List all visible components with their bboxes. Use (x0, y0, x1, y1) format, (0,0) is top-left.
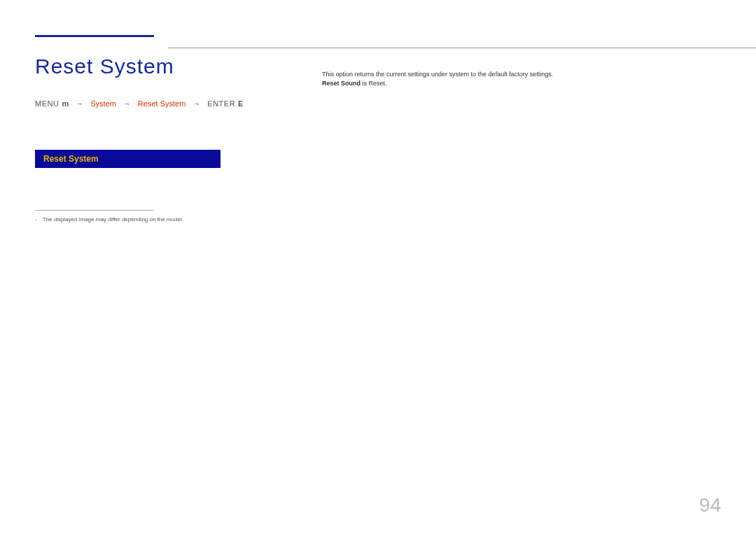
description-line2: Reset Sound is Reset. (322, 79, 616, 88)
breadcrumb: MENU m → System → Reset System → ENTER E (35, 99, 721, 108)
menu-item-selected: Reset System (35, 150, 220, 168)
top-divider (168, 48, 756, 48)
footnote: - The displayed image may differ dependi… (35, 216, 721, 223)
breadcrumb-enter-label: ENTER (207, 99, 235, 108)
menu-preview: Reset System (35, 150, 220, 168)
footnote-dash: - (35, 216, 37, 223)
breadcrumb-item-system: System (90, 99, 116, 108)
description-line1: This option returns the current settings… (322, 70, 616, 79)
arrow-icon: → (76, 99, 83, 108)
page-number: 94 (699, 494, 721, 517)
description-bold: Reset Sound (322, 80, 360, 87)
enter-icon: E (238, 99, 243, 108)
accent-bar (35, 35, 154, 37)
description-rest: is Reset. (360, 80, 387, 87)
menu-icon: m (62, 99, 69, 108)
description-block: This option returns the current settings… (322, 70, 616, 87)
arrow-icon: → (192, 99, 200, 108)
breadcrumb-menu-label: MENU (35, 99, 59, 108)
footnote-text: The displayed image may differ depending… (43, 216, 183, 223)
footnote-divider (35, 210, 154, 211)
arrow-icon: → (123, 99, 131, 108)
breadcrumb-item-reset: Reset System (138, 99, 186, 108)
